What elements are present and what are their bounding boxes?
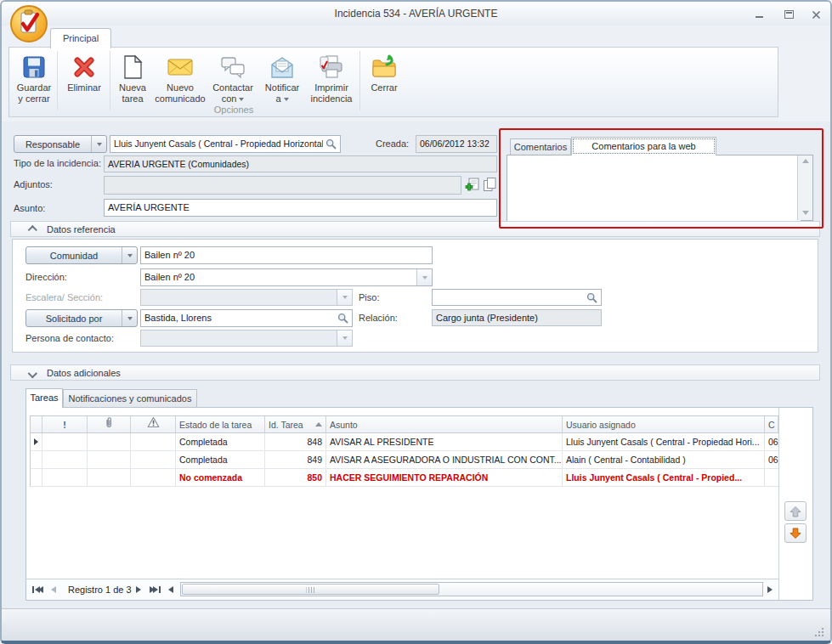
move-down-button[interactable] <box>784 523 807 543</box>
id-column-header[interactable]: Id. Tarea <box>265 415 326 433</box>
next-record-button[interactable] <box>136 586 141 593</box>
scrollbar-thumb[interactable] <box>182 584 439 595</box>
last-record-button[interactable] <box>150 586 161 593</box>
first-record-button[interactable] <box>32 586 43 593</box>
chat-bubbles-icon <box>219 52 246 82</box>
asunto-label: Asunto: <box>14 203 45 213</box>
close-form-button[interactable]: Cerrar <box>363 50 405 115</box>
delete-x-icon <box>71 52 97 82</box>
usuario-column-header[interactable]: Usuario asignado <box>563 415 765 433</box>
chevron-down-icon[interactable] <box>91 136 106 152</box>
restore-icon[interactable] <box>779 8 798 20</box>
add-attachment-icon[interactable] <box>465 178 480 195</box>
record-counter: Registro 1 de 3 <box>68 585 132 595</box>
row-indicator-header[interactable] <box>30 415 42 433</box>
chevron-down-icon[interactable] <box>122 247 137 263</box>
tab-comentarios[interactable]: Comentarios <box>510 138 571 155</box>
escalera-label: Escalera/ Sección: <box>25 292 103 302</box>
minimize-icon[interactable] <box>750 8 768 20</box>
cell-asunto: HACER SEGUIMIENTO REPARACIÓN <box>326 469 563 487</box>
cell-asunto: AVISAR AL PRESIDENTE <box>326 433 563 451</box>
cell-fecha <box>765 469 778 487</box>
ribbon-tab-row <box>2 25 830 47</box>
tab-principal[interactable]: Principal <box>50 28 111 48</box>
section-datos-referencia[interactable]: Datos referencia <box>10 221 820 237</box>
solicitado-field[interactable]: Bastida, Llorens <box>140 309 353 327</box>
tasks-table: ! Estado de la tarea Id. Tarea Asunto Us… <box>30 415 778 487</box>
app-window: Incidencia 534 - AVERÍA URGENTE Principa… <box>0 0 832 644</box>
creada-value: 06/06/2012 13:32 <box>416 135 497 153</box>
current-row-indicator <box>30 433 42 451</box>
priority-column-header[interactable]: ! <box>42 415 88 433</box>
comments-scrollbar[interactable] <box>797 155 812 220</box>
comments-textarea-wrap <box>507 155 813 221</box>
chevron-down-icon <box>239 98 244 101</box>
section-datos-adicionales[interactable]: Datos adicionales <box>10 364 820 381</box>
new-document-icon <box>121 52 144 82</box>
cell-asunto: AVISAR A ASEGURADORA O INDUSTRIAL CON CO… <box>326 451 563 469</box>
chevron-down-icon[interactable] <box>416 269 432 285</box>
collapse-icon <box>28 225 37 234</box>
table-row[interactable]: No comenzada 850 HACER SEGUIMIENTO REPAR… <box>30 469 778 487</box>
ribbon: Guardar y cerrar Eliminar Nueva tar <box>2 47 830 122</box>
close-icon[interactable] <box>807 8 825 20</box>
escalera-combo <box>140 289 353 306</box>
estado-column-header[interactable]: Estado de la tarea <box>176 415 265 433</box>
chevron-down-icon[interactable] <box>122 310 137 326</box>
piso-field[interactable] <box>432 289 602 306</box>
adjuntos-label: Adjuntos: <box>14 179 53 189</box>
relacion-value: Cargo junta (Presidente) <box>432 309 602 326</box>
printer-icon <box>318 52 345 82</box>
fecha-column-header[interactable]: C <box>765 415 778 433</box>
warning-icon[interactable] <box>131 415 176 433</box>
comments-textarea[interactable] <box>507 155 801 223</box>
scroll-left-button[interactable] <box>168 586 173 593</box>
chevron-down-icon <box>284 98 289 101</box>
tab-notificaciones[interactable]: Notificaciones y comunicados <box>63 389 197 408</box>
tab-comentarios-web[interactable]: Comentarios para la web <box>571 137 716 155</box>
tipo-value: AVERIA URGENTE (Comunidades) <box>104 155 497 172</box>
cell-fecha: 06 <box>765 433 778 451</box>
direccion-combo[interactable]: Bailen nº 20 <box>140 268 433 286</box>
open-envelope-icon <box>269 52 295 82</box>
horizontal-scrollbar[interactable] <box>180 582 763 596</box>
scroll-up-icon[interactable] <box>802 159 809 163</box>
paperclip-icon[interactable] <box>88 415 131 433</box>
delete-button[interactable]: Eliminar <box>60 50 108 115</box>
chevron-down-icon <box>337 330 352 346</box>
cell-id: 850 <box>265 469 326 487</box>
creada-label: Creada: <box>376 138 409 149</box>
asunto-column-header[interactable]: Asunto <box>326 415 563 433</box>
window-title: Incidencia 534 - AVERÍA URGENTE <box>2 8 830 20</box>
cell-fecha: 06 <box>765 451 778 469</box>
copy-files-icon[interactable] <box>483 177 497 195</box>
ribbon-panel: Guardar y cerrar Eliminar Nueva tar <box>8 47 778 117</box>
responsable-field[interactable]: Lluis Junyent Casals ( Central - Propied… <box>110 135 341 153</box>
envelope-icon <box>167 52 194 82</box>
magnifier-icon[interactable] <box>584 291 600 304</box>
asunto-field[interactable]: AVERÍA URGENTE <box>104 199 497 217</box>
scroll-right-button[interactable] <box>767 586 773 593</box>
table-row[interactable]: Completada 849 AVISAR A ASEGURADORA O IN… <box>30 451 778 469</box>
magnifier-icon[interactable] <box>335 311 351 325</box>
chevron-down-icon <box>337 290 352 305</box>
solicitado-split-button[interactable]: Solicitado por <box>25 309 138 327</box>
table-row[interactable]: Completada 848 AVISAR AL PRESIDENTE Llui… <box>30 433 778 451</box>
cell-estado: Completada <box>176 433 265 451</box>
adjuntos-field[interactable] <box>104 176 461 195</box>
save-icon <box>21 52 47 82</box>
save-close-button[interactable]: Guardar y cerrar <box>11 50 57 115</box>
tab-tareas[interactable]: Tareas <box>25 388 63 408</box>
resize-grip[interactable] <box>822 635 824 636</box>
persona-contacto-combo <box>140 330 353 347</box>
clipboard-check-app-icon[interactable] <box>8 3 49 44</box>
move-down-icon <box>789 527 802 540</box>
responsable-split-button[interactable]: Responsable <box>14 135 107 153</box>
persona-contacto-label: Persona de contacto: <box>25 333 114 343</box>
comunidad-field[interactable]: Bailen nº 20 <box>140 246 433 264</box>
comunidad-split-button[interactable]: Comunidad <box>25 246 138 264</box>
previous-record-button[interactable] <box>51 586 56 593</box>
move-up-button[interactable] <box>784 501 807 521</box>
scroll-down-icon[interactable] <box>802 211 809 215</box>
magnifier-icon[interactable] <box>323 137 339 151</box>
